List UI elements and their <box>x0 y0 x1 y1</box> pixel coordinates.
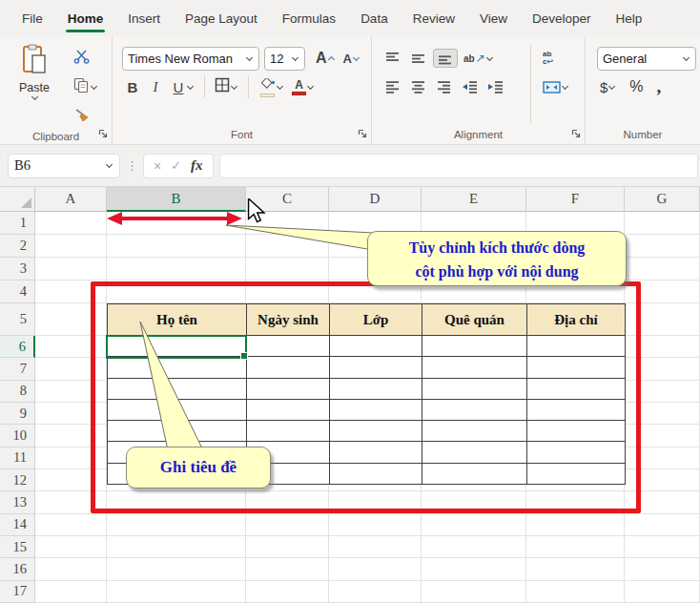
insert-function-icon[interactable]: fx <box>191 157 203 174</box>
cell-A7[interactable] <box>35 358 107 380</box>
select-all-corner[interactable] <box>0 187 35 212</box>
table-cell[interactable] <box>330 464 422 485</box>
table-cell[interactable] <box>330 442 422 463</box>
table-cell[interactable] <box>108 357 247 378</box>
bold-button[interactable]: B <box>122 77 143 97</box>
cell-A15[interactable] <box>35 536 107 558</box>
cancel-icon[interactable]: × <box>154 158 161 174</box>
cell-C1[interactable] <box>246 212 329 235</box>
table-cell[interactable] <box>422 442 527 463</box>
cell-C16[interactable] <box>246 558 329 580</box>
tab-file[interactable]: File <box>10 0 55 36</box>
cell-B3[interactable] <box>107 258 246 281</box>
tab-data[interactable]: Data <box>348 0 401 36</box>
row-header-3[interactable]: 3 <box>0 258 35 281</box>
table-cell[interactable] <box>527 336 626 357</box>
formula-input[interactable] <box>219 154 698 178</box>
column-header-F[interactable]: F <box>526 187 625 212</box>
cell-G12[interactable] <box>625 469 700 491</box>
align-left-button[interactable] <box>381 78 404 95</box>
row-header-7[interactable]: 7 <box>0 358 35 380</box>
table-cell[interactable] <box>527 400 626 421</box>
table-header-3[interactable]: Lớp <box>330 304 422 336</box>
wrap-text-button[interactable]: abc↩ <box>540 49 556 69</box>
cut-button[interactable] <box>71 47 101 70</box>
row-header-12[interactable]: 12 <box>0 469 35 491</box>
align-top-button[interactable] <box>381 50 404 67</box>
cell-A10[interactable] <box>35 425 107 447</box>
cell-G7[interactable] <box>625 358 700 380</box>
cell-A8[interactable] <box>35 381 107 403</box>
cell-G10[interactable] <box>625 425 700 447</box>
table-cell[interactable] <box>422 379 527 400</box>
cell-D13[interactable] <box>329 491 422 513</box>
cell-G8[interactable] <box>625 381 700 403</box>
table-header-4[interactable]: Quê quán <box>422 304 527 336</box>
column-header-B[interactable]: B <box>107 187 246 212</box>
font-size-select[interactable]: 12 <box>264 47 305 71</box>
table-cell[interactable] <box>330 357 422 378</box>
cell-B16[interactable] <box>107 558 246 580</box>
table-header-2[interactable]: Ngày sinh <box>247 304 330 336</box>
currency-button[interactable]: $ <box>597 77 619 97</box>
table-cell[interactable] <box>330 421 422 442</box>
cell-A2[interactable] <box>35 235 107 258</box>
cell-C14[interactable] <box>246 514 329 536</box>
cell-G15[interactable] <box>625 536 700 558</box>
row-header-13[interactable]: 13 <box>0 491 35 513</box>
column-header-A[interactable]: A <box>35 187 107 212</box>
tab-view[interactable]: View <box>467 0 520 36</box>
column-header-E[interactable]: E <box>422 187 526 212</box>
cell-G14[interactable] <box>625 514 700 536</box>
cell-C15[interactable] <box>246 536 329 558</box>
cell-F13[interactable] <box>526 491 625 513</box>
align-middle-button[interactable] <box>407 50 430 67</box>
column-header-G[interactable]: G <box>625 187 700 212</box>
tab-home[interactable]: Home <box>55 0 116 36</box>
row-header-9[interactable]: 9 <box>0 403 35 425</box>
cell-E14[interactable] <box>422 514 526 536</box>
merge-center-button[interactable] <box>540 79 572 95</box>
table-cell[interactable] <box>330 400 422 421</box>
align-right-button[interactable] <box>433 78 456 95</box>
row-header-17[interactable]: 17 <box>0 581 35 603</box>
table-cell[interactable] <box>527 357 626 378</box>
cell-E13[interactable] <box>422 491 526 513</box>
cell-B2[interactable] <box>107 235 246 258</box>
cell-G1[interactable] <box>625 212 700 235</box>
cell-A13[interactable] <box>35 491 107 513</box>
cell-A4[interactable] <box>35 281 107 303</box>
cell-G2[interactable] <box>625 235 700 258</box>
table-cell[interactable] <box>422 357 527 378</box>
row-header-4[interactable]: 4 <box>0 281 35 303</box>
cell-A16[interactable] <box>35 558 107 580</box>
cell-D17[interactable] <box>329 581 422 603</box>
cell-C13[interactable] <box>246 491 329 513</box>
cell-G17[interactable] <box>625 581 700 603</box>
cell-F16[interactable] <box>526 558 625 580</box>
table-header-5[interactable]: Địa chỉ <box>527 304 626 336</box>
cell-A6[interactable] <box>35 336 107 358</box>
row-header-14[interactable]: 14 <box>0 514 35 536</box>
cell-G9[interactable] <box>625 403 700 425</box>
table-cell[interactable] <box>247 357 330 378</box>
table-cell[interactable] <box>108 379 247 400</box>
align-center-button[interactable] <box>407 78 430 95</box>
cell-G4[interactable] <box>625 281 700 303</box>
increase-indent-button[interactable] <box>484 78 507 95</box>
cell-B14[interactable] <box>107 514 246 536</box>
tab-help[interactable]: Help <box>604 0 655 36</box>
cell-G3[interactable] <box>625 258 700 281</box>
copy-button[interactable] <box>71 75 101 99</box>
selected-cell-b6[interactable] <box>106 335 247 359</box>
tab-formulas[interactable]: Formulas <box>270 0 348 36</box>
table-cell[interactable] <box>527 464 626 485</box>
italic-button[interactable]: I <box>145 77 166 97</box>
cell-C3[interactable] <box>246 258 329 281</box>
row-header-2[interactable]: 2 <box>0 235 35 258</box>
enter-icon[interactable]: ✓ <box>171 158 181 173</box>
table-header-1[interactable]: Họ tên <box>108 304 247 336</box>
row-header-8[interactable]: 8 <box>0 381 35 403</box>
fill-color-button[interactable] <box>256 75 287 99</box>
table-cell[interactable] <box>527 379 626 400</box>
